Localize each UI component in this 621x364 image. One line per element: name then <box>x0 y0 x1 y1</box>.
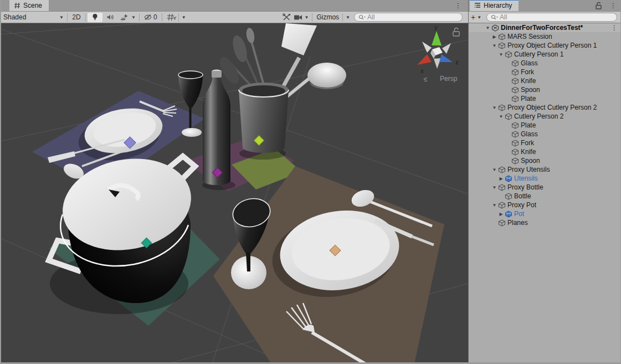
scene-camera-dropdown[interactable]: ▼ <box>294 14 310 20</box>
hierarchy-tree: ▼ DinnerForTwoForcesTest* ⋮ ▶ MARS Sessi… <box>469 23 621 364</box>
gizmos-dropdown[interactable]: Gizmos ▼ <box>314 13 352 22</box>
gameobject-cube-icon <box>505 193 512 200</box>
scene-viewport[interactable]: y x z ≤ Persp <box>0 23 468 364</box>
lightbulb-icon <box>91 13 99 21</box>
lock-open-icon[interactable] <box>595 2 602 9</box>
tree-item[interactable]: ▼ Proxy Object Cutlery Person 1 <box>469 41 621 50</box>
tree-item[interactable]: Fork <box>469 68 621 76</box>
hierarchy-tab-label: Hierarchy <box>484 2 512 9</box>
scene-search-field[interactable] <box>354 13 463 22</box>
foldout-open-icon[interactable]: ▼ <box>491 185 498 190</box>
tree-items: ▶ MARS Session▼ Proxy Object Cutlery Per… <box>469 32 621 227</box>
foldout-closed-icon[interactable]: ▶ <box>497 176 505 181</box>
search-icon <box>358 14 366 20</box>
chevron-down-icon: ▼ <box>58 15 65 20</box>
plus-icon: + <box>471 13 475 22</box>
tree-item[interactable]: Bottle <box>469 192 621 201</box>
scene-audio-button[interactable] <box>102 13 117 22</box>
tree-item[interactable]: ▼ Cutlery Person 1 <box>469 50 621 59</box>
scene-visibility-button[interactable]: 0 <box>141 13 160 22</box>
chevron-down-icon: ▼ <box>344 15 352 20</box>
gameobject-cube-icon <box>498 202 506 209</box>
chevron-down-icon: ▼ <box>180 15 188 20</box>
foldout-closed-icon[interactable]: ▶ <box>497 212 505 217</box>
tree-item[interactable]: ▼ Proxy Utensils <box>469 165 621 174</box>
tree-item-label: Pot <box>514 210 524 218</box>
tree-item-label: Spoon <box>521 157 540 165</box>
2d-toggle-button[interactable]: 2D <box>69 13 84 22</box>
tree-item-label: Proxy Object Cutlery Person 1 <box>507 42 597 49</box>
tree-item[interactable]: Spoon <box>469 85 621 94</box>
speaker-icon <box>106 14 114 20</box>
gameobject-cube-icon <box>498 166 506 173</box>
create-object-dropdown[interactable]: + ▼ <box>471 13 483 22</box>
effects-star-icon <box>120 13 129 21</box>
foldout-open-icon[interactable]: ▼ <box>491 167 498 172</box>
scene-3d-canvas[interactable]: y x z ≤ Persp <box>0 23 468 364</box>
tree-item-label: Proxy Bottle <box>507 183 543 191</box>
tree-item-label: Plate <box>521 95 536 102</box>
tree-item[interactable]: Glass <box>469 59 621 68</box>
prefab-cube-icon <box>505 211 512 218</box>
tree-item-label: Fork <box>521 68 534 76</box>
gameobject-cube-icon <box>498 42 506 49</box>
scene-toolbar: Shaded ▼ 2D <box>0 12 468 23</box>
hierarchy-search-input[interactable] <box>500 13 613 21</box>
tree-item[interactable]: ▼ Proxy Bottle <box>469 183 621 192</box>
draw-mode-label: Shaded <box>3 13 26 21</box>
tree-item[interactable]: Planes <box>469 218 621 227</box>
toolbar-separator <box>312 13 312 22</box>
gameobject-cube-icon <box>511 157 519 165</box>
foldout-open-icon[interactable]: ▼ <box>491 43 498 48</box>
tree-item[interactable]: ▼ Cutlery Person 2 <box>469 112 621 121</box>
tree-item[interactable]: Plate <box>469 94 621 103</box>
component-tools-button[interactable] <box>280 13 294 22</box>
tree-item[interactable]: Knife <box>469 76 621 85</box>
scene-lighting-button[interactable] <box>88 13 102 22</box>
hierarchy-search-field[interactable] <box>486 13 617 22</box>
unity-scene-icon <box>491 24 499 32</box>
tree-item-label: Plate <box>521 121 536 129</box>
scene-effects-button[interactable] <box>117 13 130 22</box>
grid-axis-label: Y <box>173 16 177 21</box>
tree-item[interactable]: Fork <box>469 139 621 147</box>
grid-visibility-dropdown[interactable]: Y ▼ <box>164 13 188 22</box>
scene-search-input[interactable] <box>367 13 458 21</box>
tree-item[interactable]: ▶ MARS Session <box>469 32 621 41</box>
tree-item[interactable]: ▼ Proxy Object Cutlery Person 2 <box>469 103 621 112</box>
tree-item[interactable]: Plate <box>469 121 621 130</box>
tree-item-label: Glass <box>521 59 538 67</box>
tree-item[interactable]: ▶ Pot <box>469 209 621 218</box>
tree-item-label: Planes <box>507 219 528 227</box>
hierarchy-panel-menu-icon[interactable]: ⋮ <box>610 1 617 10</box>
foldout-closed-icon[interactable]: ▶ <box>491 34 498 39</box>
toolbar-separator <box>162 13 162 22</box>
foldout-open-icon[interactable]: ▼ <box>497 114 505 119</box>
gameobject-cube-icon <box>498 33 506 40</box>
scene-panel: Scene ⋮ Shaded ▼ 2D <box>0 0 468 364</box>
gameobject-cube-icon <box>511 60 519 67</box>
scene-root-row[interactable]: ▼ DinnerForTwoForcesTest* ⋮ <box>469 23 621 32</box>
scene-row-menu-icon[interactable]: ⋮ <box>611 23 618 32</box>
persp-label[interactable]: Persp <box>440 75 458 83</box>
draw-mode-dropdown[interactable]: Shaded ▼ <box>0 12 65 23</box>
tab-scene[interactable]: Scene <box>9 0 49 11</box>
gameobject-cube-icon <box>511 78 519 85</box>
foldout-open-icon[interactable]: ▼ <box>497 52 505 57</box>
tree-item[interactable]: Glass <box>469 130 621 139</box>
foldout-open-icon[interactable]: ▼ <box>491 105 498 110</box>
tree-item[interactable]: Knife <box>469 147 621 156</box>
scene-panel-menu-icon[interactable]: ⋮ <box>455 1 461 10</box>
tab-hierarchy[interactable]: Hierarchy <box>470 0 519 11</box>
foldout-open-icon[interactable]: ▼ <box>491 203 498 208</box>
tree-item[interactable]: ▼ Proxy Pot <box>469 201 621 209</box>
toolbar-separator <box>178 13 179 22</box>
foldout-open-icon[interactable]: ▼ <box>484 25 491 30</box>
tree-item-label: Cutlery Person 2 <box>514 112 563 120</box>
gameobject-cube-icon <box>511 140 519 147</box>
grid-toggle-button[interactable]: Y <box>164 13 177 22</box>
scene-name: DinnerForTwoForcesTest* <box>501 24 583 32</box>
scene-effects-dropdown[interactable]: ▼ <box>117 13 137 22</box>
tree-item[interactable]: Spoon <box>469 156 621 165</box>
tree-item[interactable]: ▶ Utensils <box>469 174 621 183</box>
